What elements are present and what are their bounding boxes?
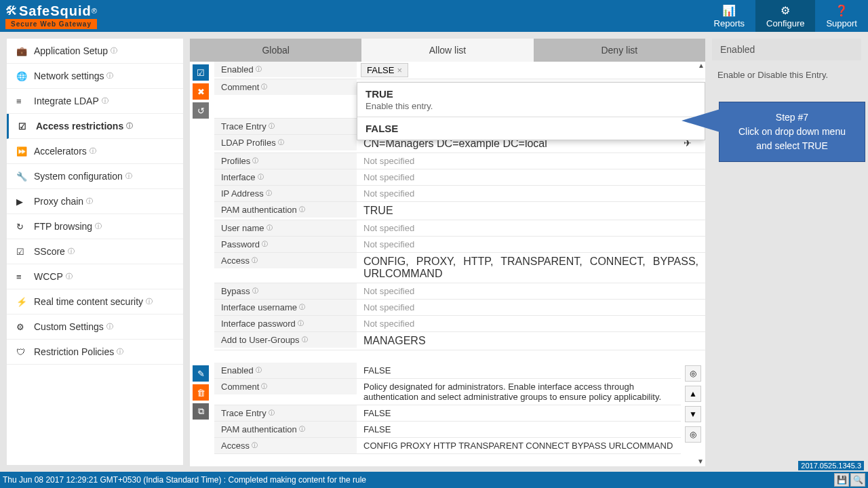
tabs: Global Allow list Deny list — [190, 39, 705, 62]
info-icon: ⓘ — [86, 197, 93, 206]
info-icon: ⓘ — [90, 146, 96, 156]
dropdown-option-true[interactable]: TRUE Enable this entry. — [357, 83, 705, 117]
target-button-2[interactable]: ◎ — [685, 426, 701, 443]
nav-support[interactable]: ❓ Support — [815, 0, 868, 32]
tab-global[interactable]: Global — [190, 39, 361, 62]
sidebar-item-accelerators[interactable]: ⏩Acceleratorsⓘ — [7, 139, 183, 164]
shield-icon: 🛡 — [16, 347, 28, 357]
dropdown-option-false[interactable]: FALSE — [357, 117, 705, 140]
label-ifpass: Interface password — [221, 319, 296, 329]
wrench-icon: 🔧 — [16, 171, 28, 182]
value-ip[interactable]: Not specified — [357, 186, 705, 201]
value-pam[interactable]: TRUE — [357, 202, 705, 220]
globe-icon: 🌐 — [16, 71, 28, 81]
nav-configure-label: Configure — [766, 18, 804, 28]
footer-status: Thu Jun 08 2017 12:29:21 GMT+0530 (India… — [3, 475, 366, 485]
value-interface[interactable]: Not specified — [357, 169, 705, 185]
callout-line2: Click on drop down menu — [730, 125, 854, 139]
header: 🛠 SafeSquid ® Secure Web Gateway 📊 Repor… — [0, 0, 868, 32]
label-access: Access — [221, 256, 250, 266]
label-pam: PAM authentication — [221, 424, 297, 434]
info-icon: ⓘ — [261, 382, 267, 391]
value-groups[interactable]: MANAGERS — [357, 332, 705, 350]
info-icon: ⓘ — [95, 222, 102, 231]
nav-reports[interactable]: 📊 Reports — [703, 0, 756, 32]
edit-button[interactable]: ✎ — [193, 365, 209, 382]
move-down-button[interactable]: ▼ — [685, 406, 701, 422]
entry-actions: ☑ ✖ ↺ — [190, 62, 214, 350]
label-password: Password — [221, 239, 260, 249]
sidebar-item-system-configuration[interactable]: 🔧System configurationⓘ — [7, 164, 183, 189]
label-comment: Comment — [221, 382, 259, 392]
value-username[interactable]: Not specified — [357, 220, 705, 236]
info-icon: ⓘ — [302, 336, 308, 344]
label-interface: Interface — [221, 172, 256, 182]
briefcase-icon: 💼 — [16, 46, 28, 56]
sidebar-item-custom-settings[interactable]: ⚙Custom Settingsⓘ — [7, 314, 183, 340]
sidebar-label: WCCP — [34, 271, 63, 282]
nav-reports-label: Reports — [714, 18, 745, 28]
sidebar-item-wccp[interactable]: ≡WCCPⓘ — [7, 264, 183, 289]
info-icon: ⓘ — [266, 189, 272, 198]
target-button[interactable]: ◎ — [685, 365, 701, 382]
cancel-button[interactable]: ✖ — [193, 83, 209, 100]
label-profiles: Profiles — [221, 156, 250, 166]
clone-button[interactable]: ⧉ — [193, 403, 209, 420]
sidebar-item-restriction-policies[interactable]: 🛡Restriction Policiesⓘ — [7, 340, 183, 365]
value-ifuser[interactable]: Not specified — [357, 300, 705, 315]
clear-icon[interactable]: × — [397, 65, 402, 75]
logo: 🛠 SafeSquid ® Secure Web Gateway — [5, 3, 97, 29]
enabled-dropdown[interactable]: FALSE× TRUE Enable this entry. — [357, 62, 705, 79]
info-icon: ⓘ — [299, 303, 305, 312]
sidebar-item-application-setup[interactable]: 💼Application Setupⓘ — [7, 39, 183, 64]
sidebar-label: Restriction Policies — [34, 346, 114, 357]
nav-configure[interactable]: ⚙ Configure — [755, 0, 815, 32]
save-button[interactable]: ☑ — [193, 64, 209, 81]
list-icon: ≡ — [16, 96, 28, 106]
tab-allow-list[interactable]: Allow list — [361, 39, 533, 62]
label-enabled: Enabled — [221, 365, 254, 375]
info-icon: ⓘ — [261, 83, 267, 92]
value-bypass[interactable]: Not specified — [357, 283, 705, 299]
info-icon: ⓘ — [298, 319, 304, 328]
label-comment: Comment — [221, 82, 259, 92]
option-title: FALSE — [366, 123, 696, 134]
nav-support-label: Support — [826, 18, 857, 28]
move-up-button[interactable]: ▲ — [685, 386, 701, 402]
value-profiles[interactable]: Not specified — [357, 153, 705, 169]
info-icon: ⓘ — [111, 46, 117, 56]
value-password[interactable]: Not specified — [357, 237, 705, 252]
option-desc: Enable this entry. — [366, 101, 696, 111]
value-enabled: FALSE — [357, 363, 681, 378]
sidebar-item-network-settings[interactable]: 🌐Network settingsⓘ — [7, 64, 183, 89]
info-icon: ⓘ — [262, 240, 268, 249]
sidebar-label: Network settings — [34, 70, 104, 81]
check-icon: ☑ — [16, 247, 28, 257]
revert-button[interactable]: ↺ — [193, 102, 209, 119]
delete-button[interactable]: 🗑 — [193, 384, 209, 401]
sidebar-item-sscore[interactable]: ☑SScoreⓘ — [7, 239, 183, 264]
value-ifpass[interactable]: Not specified — [357, 316, 705, 331]
sidebar-item-access-restrictions[interactable]: ☑Access restrictionsⓘ — [7, 114, 183, 139]
value-access[interactable]: CONFIG, PROXY, HTTP, TRANSPARENT, CONNEC… — [357, 253, 705, 283]
tab-deny-list[interactable]: Deny list — [534, 39, 705, 62]
sidebar-item-ftp-browsing[interactable]: ↻FTP browsingⓘ — [7, 214, 183, 239]
info-icon: ⓘ — [278, 138, 284, 147]
info-icon: ⓘ — [126, 121, 133, 131]
sidebar-item-integrate-ldap[interactable]: ≡Integrate LDAPⓘ — [7, 89, 183, 114]
info-icon: ⓘ — [66, 272, 73, 281]
sidebar-item-real-time-content-security[interactable]: ⚡Real time content securityⓘ — [7, 289, 183, 314]
label-groups: Add to User-Groups — [221, 335, 300, 345]
value-comment: Policy designated for administrators. En… — [357, 379, 681, 405]
scroll-down-icon[interactable]: ▼ — [697, 458, 704, 465]
content-body: ▲ ☑ ✖ ↺ Enabledⓘ FALSE× — [190, 62, 705, 466]
dropdown-selected[interactable]: FALSE× — [361, 63, 408, 77]
save-icon[interactable]: 💾 — [834, 473, 849, 487]
version-label: 2017.0525.1345.3 — [798, 461, 864, 470]
entry-readonly: ✎ 🗑 ⧉ Enabledⓘ FALSE Commentⓘ Policy — [190, 363, 705, 454]
info-icon: ⓘ — [106, 322, 113, 331]
sidebar-item-proxy-chain[interactable]: ▶Proxy chainⓘ — [7, 189, 183, 214]
info-icon: ⓘ — [256, 65, 262, 74]
label-username: User name — [221, 223, 264, 233]
search-icon[interactable]: 🔍 — [850, 473, 865, 487]
